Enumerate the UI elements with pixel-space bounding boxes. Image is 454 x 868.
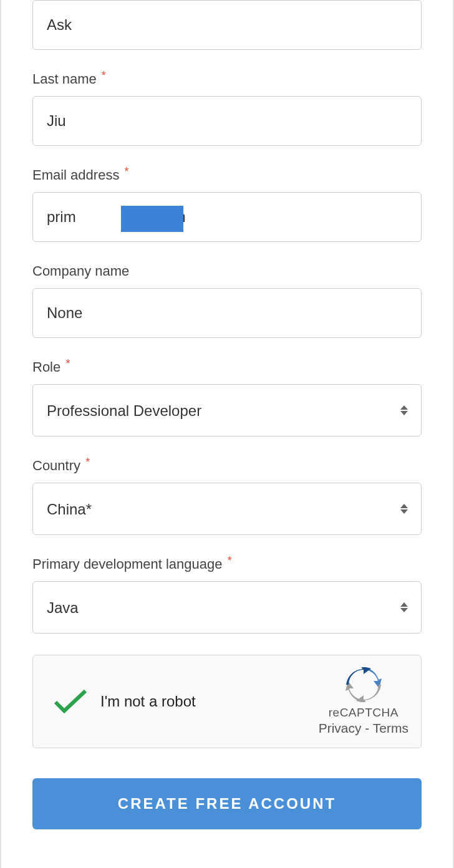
first-name-group [32, 0, 422, 50]
language-label-text: Primary development language [32, 556, 223, 572]
company-input[interactable] [32, 288, 422, 338]
role-select[interactable]: Professional Developer [32, 384, 422, 436]
role-group: Role * Professional Developer [32, 359, 422, 436]
required-indicator: * [102, 69, 106, 82]
email-group: Email address * [32, 167, 422, 242]
last-name-group: Last name * [32, 71, 422, 146]
country-select[interactable]: China* [32, 483, 422, 535]
recaptcha-privacy-link[interactable]: Privacy [319, 721, 362, 735]
recaptcha-brand-text: reCAPTCHA [329, 706, 398, 720]
language-group: Primary development language * Java [32, 556, 422, 634]
language-select[interactable]: Java [32, 581, 422, 634]
email-input[interactable] [32, 192, 422, 242]
required-indicator: * [228, 554, 232, 567]
role-label-text: Role [32, 359, 60, 375]
last-name-label-text: Last name [32, 71, 97, 87]
recaptcha-widget[interactable]: I'm not a robot reCAPTCHA Privacy - Term… [32, 655, 422, 748]
last-name-label: Last name * [32, 71, 422, 87]
required-indicator: * [65, 357, 70, 370]
form-container: Last name * Email address * Company name… [0, 0, 454, 868]
recaptcha-label: I'm not a robot [100, 693, 319, 710]
recaptcha-logo-icon [345, 667, 382, 702]
email-label-text: Email address [32, 167, 119, 183]
role-select-wrapper: Professional Developer [32, 384, 422, 436]
first-name-input[interactable] [32, 0, 422, 50]
country-select-wrapper: China* [32, 483, 422, 535]
country-label: Country * [32, 458, 422, 474]
email-wrapper [32, 192, 422, 242]
required-indicator: * [125, 165, 129, 178]
language-select-wrapper: Java [32, 581, 422, 634]
last-name-input[interactable] [32, 96, 422, 146]
country-group: Country * China* [32, 458, 422, 535]
language-label: Primary development language * [32, 556, 422, 572]
country-label-text: Country [32, 458, 80, 473]
recaptcha-separator: - [362, 721, 373, 735]
recaptcha-links: Privacy - Terms [319, 721, 408, 736]
email-label: Email address * [32, 167, 422, 183]
company-label-text: Company name [32, 263, 129, 279]
recaptcha-branding: reCAPTCHA Privacy - Terms [319, 667, 408, 736]
company-label: Company name [32, 263, 422, 279]
company-group: Company name [32, 263, 422, 338]
create-account-button[interactable]: CREATE FREE ACCOUNT [32, 778, 422, 829]
role-label: Role * [32, 359, 422, 375]
recaptcha-checkmark-icon [52, 688, 89, 715]
recaptcha-terms-link[interactable]: Terms [373, 721, 408, 735]
required-indicator: * [85, 456, 90, 468]
